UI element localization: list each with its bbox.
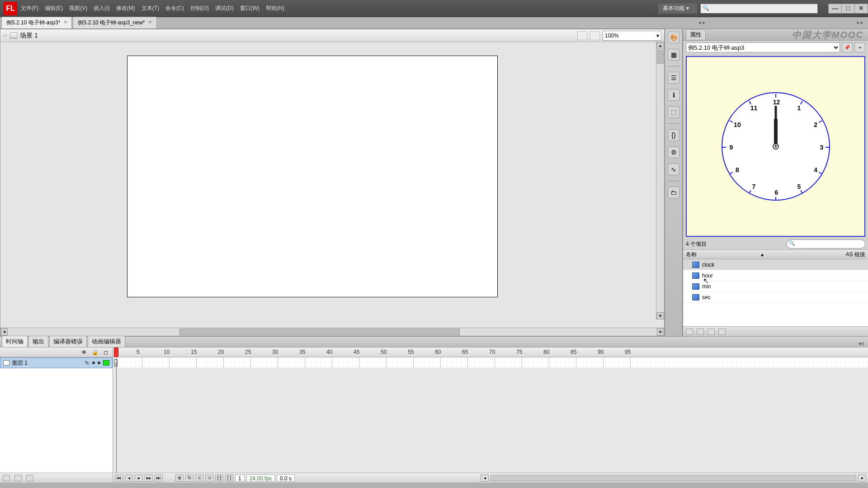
timeline-hscroll[interactable]	[491, 475, 856, 481]
goto-last-button[interactable]: ⏭	[155, 474, 163, 482]
delete-layer-button[interactable]	[26, 475, 33, 481]
visibility-column-icon[interactable]: 👁	[81, 349, 87, 356]
stage-canvas[interactable]	[127, 56, 498, 297]
tab-compiler-errors[interactable]: 编译器错误	[49, 336, 87, 347]
outline-toggle[interactable]	[103, 360, 109, 366]
menu-commands[interactable]: 命令(C)	[165, 5, 184, 12]
library-item-sec[interactable]: sec	[683, 292, 868, 303]
menu-view[interactable]: 视图(V)	[69, 5, 87, 12]
visibility-dot[interactable]	[92, 361, 95, 364]
pin-library-button[interactable]: 📌	[842, 42, 853, 52]
lock-column-icon[interactable]: 🔒	[92, 349, 98, 356]
new-symbol-button[interactable]	[686, 328, 693, 335]
stage-horizontal-scrollbar[interactable]: ◂ ▸	[0, 328, 664, 336]
tab-timeline[interactable]: 时间轴	[2, 336, 28, 347]
app-logo: FL	[4, 2, 17, 15]
current-frame-field[interactable]: 1	[235, 474, 245, 482]
library-item-clock[interactable]: clock	[683, 259, 868, 270]
menu-text[interactable]: 文本(T)	[142, 5, 159, 12]
goto-first-button[interactable]: ⏮	[115, 474, 123, 482]
outline-column-icon[interactable]: ◻	[103, 349, 109, 356]
sort-icon[interactable]: ▴	[761, 251, 764, 258]
transform-panel-icon[interactable]: ⬚	[668, 106, 679, 118]
timeline-ruler[interactable]: 15101520253035404550556065707580859095	[113, 347, 868, 357]
doc-tab-1[interactable]: 例5.2.10 电子钟-asp3_new*×	[73, 17, 156, 28]
scroll-left-icon[interactable]: ◂	[0, 328, 8, 336]
playhead[interactable]	[114, 347, 118, 357]
library-document-dropdown[interactable]: 例5.2.10 电子钟-asp3	[686, 42, 840, 52]
new-layer-button[interactable]	[3, 475, 10, 481]
new-folder-button[interactable]	[697, 328, 704, 335]
stage-vertical-scrollbar[interactable]: ▴ ▾	[656, 42, 664, 319]
clock-center-pin	[773, 143, 779, 150]
scroll-up-icon[interactable]: ▴	[656, 42, 664, 49]
menu-insert[interactable]: 插入(I)	[94, 5, 109, 12]
new-folder-button[interactable]	[14, 475, 22, 481]
new-library-button[interactable]: +	[854, 42, 865, 52]
onion-skin-button[interactable]: ⊂	[195, 474, 203, 482]
lock-dot[interactable]	[98, 361, 100, 364]
stage-area: ⇦ 场景 1 100%▾ ▴ ▾ ◂ ▸	[0, 29, 665, 336]
minimize-button[interactable]: —	[828, 4, 842, 14]
delete-button[interactable]	[718, 328, 726, 335]
menu-control[interactable]: 控制(O)	[190, 5, 209, 12]
menu-help[interactable]: 帮助(H)	[266, 5, 284, 12]
onion-skin-outlines-button[interactable]: ⊃	[205, 474, 213, 482]
movieclip-icon	[692, 272, 699, 279]
frame-row-1[interactable]	[113, 357, 868, 368]
center-frame-button[interactable]: ⊕	[175, 474, 184, 482]
menu-edit[interactable]: 编辑(E)	[45, 5, 63, 12]
layer-row-1[interactable]: 图层 1 ✎	[0, 357, 113, 368]
loop-button[interactable]: ↻	[185, 474, 193, 482]
motion-panel-icon[interactable]: ∿	[668, 164, 679, 175]
step-back-button[interactable]: ◂	[125, 474, 133, 482]
close-icon[interactable]: ×	[64, 19, 67, 27]
info-panel-icon[interactable]: ℹ	[668, 89, 679, 101]
play-button[interactable]: ▸	[135, 474, 143, 482]
swatches-panel-icon[interactable]: ▦	[668, 49, 679, 61]
maximize-button[interactable]: □	[841, 4, 855, 14]
edit-scene-button[interactable]	[577, 31, 587, 40]
close-icon[interactable]: ×	[148, 19, 151, 27]
library-search-input[interactable]	[787, 239, 865, 249]
ruler-number: 65	[462, 349, 468, 355]
scene-back-icon[interactable]: ⇦	[3, 33, 7, 38]
scroll-thumb[interactable]	[657, 50, 664, 64]
workspace-dropdown[interactable]: 基本功能 ▾	[658, 3, 698, 14]
scroll-down-icon[interactable]: ▾	[656, 312, 664, 319]
column-name[interactable]: 名称	[686, 251, 697, 258]
fps-field[interactable]: 24.00 fps	[246, 474, 275, 482]
scroll-left-icon[interactable]: ◂	[481, 474, 489, 482]
column-as-link[interactable]: AS 链接	[846, 251, 865, 258]
tab-motion-editor[interactable]: 动画编辑器	[88, 336, 125, 347]
zoom-dropdown[interactable]: 100%▾	[603, 31, 661, 41]
project-panel-icon[interactable]: 🗀	[668, 187, 679, 198]
components-panel-icon[interactable]: ⚙	[668, 146, 679, 158]
title-search-input[interactable]	[700, 4, 818, 14]
layer-icon	[3, 360, 9, 366]
doc-tab-0[interactable]: 例5.2.10 电子钟-asp3*×	[1, 17, 72, 28]
align-panel-icon[interactable]: ☰	[668, 72, 679, 84]
menu-modify[interactable]: 修改(M)	[116, 5, 135, 12]
modify-markers-button[interactable]: [ ]	[225, 474, 233, 482]
properties-tab[interactable]: 属性	[686, 29, 706, 40]
code-panel-icon[interactable]: {}	[668, 129, 679, 141]
color-panel-icon[interactable]: 🎨	[668, 32, 679, 43]
panel-menu-icon[interactable]: ▾≡	[859, 341, 868, 347]
library-item-min[interactable]: min	[683, 281, 868, 292]
menu-debug[interactable]: 调试(D)	[215, 5, 234, 12]
scroll-right-icon[interactable]: ▸	[858, 474, 866, 482]
properties-button[interactable]	[708, 328, 715, 335]
scroll-right-icon[interactable]: ▸	[657, 328, 664, 336]
menu-file[interactable]: 文件(F)	[21, 5, 38, 12]
menu-window[interactable]: 窗口(W)	[240, 5, 259, 12]
scroll-thumb[interactable]	[179, 328, 460, 335]
library-item-hour[interactable]: hour	[683, 270, 868, 281]
edit-multiple-button[interactable]: [·]	[215, 474, 223, 482]
stage-body[interactable]: ▴ ▾	[0, 42, 664, 328]
edit-symbol-button[interactable]	[590, 31, 600, 40]
step-forward-button[interactable]: ▸▸	[145, 474, 153, 482]
close-button[interactable]: ✕	[854, 4, 868, 14]
collapse-panels-icon[interactable]: ◂◂ ▸▸	[698, 20, 864, 25]
tab-output[interactable]: 输出	[28, 336, 48, 347]
